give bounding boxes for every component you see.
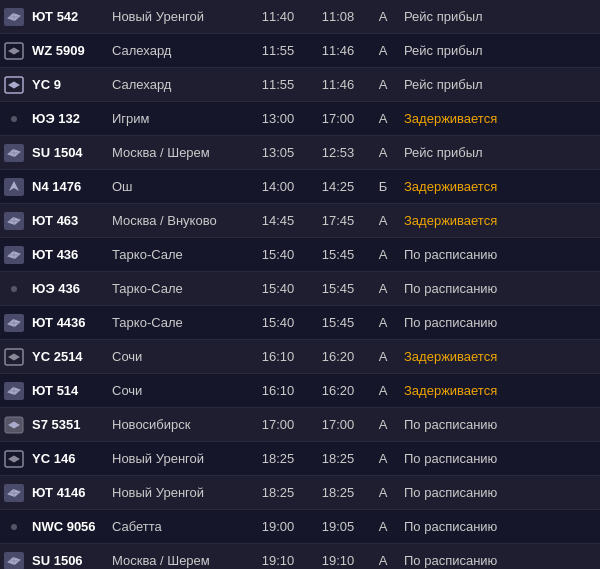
flight-number: YC 146 [28, 449, 108, 468]
flight-number: ЮТ 514 [28, 381, 108, 400]
destination: Москва / Шерем [108, 143, 248, 162]
terminal: А [368, 415, 398, 434]
terminal: А [368, 109, 398, 128]
status-text: По расписанию [398, 483, 600, 502]
table-row: SU 1504 Москва / Шерем 13:05 12:53 А Рей… [0, 136, 600, 170]
svg-point-15 [11, 524, 17, 530]
airline-icon [0, 448, 28, 470]
terminal: А [368, 483, 398, 502]
airline-icon [0, 550, 28, 570]
airline-icon [0, 346, 28, 368]
status-text: По расписанию [398, 551, 600, 569]
terminal: А [368, 211, 398, 230]
flight-number: WZ 5909 [28, 41, 108, 60]
status-text: Рейс прибыл [398, 41, 600, 60]
status-text: Задерживается [398, 177, 600, 196]
airline-icon [0, 6, 28, 28]
airline-icon [0, 142, 28, 164]
table-row: YC 146 Новый Уренгой 18:25 18:25 А По ра… [0, 442, 600, 476]
actual-time: 18:25 [308, 449, 368, 468]
actual-time: 19:10 [308, 551, 368, 569]
terminal: А [368, 381, 398, 400]
table-row: ЮЭ 436 Тарко-Сале 15:40 15:45 А По распи… [0, 272, 600, 306]
destination: Салехард [108, 41, 248, 60]
destination: Игрим [108, 109, 248, 128]
table-row: ЮТ 514 Сочи 16:10 16:20 А Задерживается [0, 374, 600, 408]
destination: Новый Уренгой [108, 7, 248, 26]
status-text: По расписанию [398, 279, 600, 298]
terminal: А [368, 551, 398, 569]
status-text: По расписанию [398, 313, 600, 332]
actual-time: 15:45 [308, 279, 368, 298]
table-row: S7 5351 Новосибирск 17:00 17:00 А По рас… [0, 408, 600, 442]
flight-number: ЮТ 436 [28, 245, 108, 264]
table-row: ЮТ 463 Москва / Внуково 14:45 17:45 А За… [0, 204, 600, 238]
actual-time: 12:53 [308, 143, 368, 162]
actual-time: 15:45 [308, 313, 368, 332]
table-row: SU 1506 Москва / Шерем 19:10 19:10 А По … [0, 544, 600, 569]
scheduled-time: 14:00 [248, 177, 308, 196]
airline-icon [0, 40, 28, 62]
flight-number: N4 1476 [28, 177, 108, 196]
actual-time: 19:05 [308, 517, 368, 536]
status-text: Задерживается [398, 381, 600, 400]
table-row: ЮТ 436 Тарко-Сале 15:40 15:45 А По распи… [0, 238, 600, 272]
terminal: А [368, 143, 398, 162]
status-text: Рейс прибыл [398, 75, 600, 94]
terminal: А [368, 517, 398, 536]
terminal: А [368, 347, 398, 366]
actual-time: 18:25 [308, 483, 368, 502]
flight-number: SU 1504 [28, 143, 108, 162]
scheduled-time: 15:40 [248, 245, 308, 264]
status-text: По расписанию [398, 245, 600, 264]
scheduled-time: 13:00 [248, 109, 308, 128]
terminal: А [368, 75, 398, 94]
status-text: По расписанию [398, 517, 600, 536]
status-text: Рейс прибыл [398, 143, 600, 162]
actual-time: 14:25 [308, 177, 368, 196]
airline-icon [0, 482, 28, 504]
svg-point-3 [11, 116, 17, 122]
flight-number: ЮТ 463 [28, 211, 108, 230]
status-text: Задерживается [398, 109, 600, 128]
scheduled-time: 11:40 [248, 7, 308, 26]
scheduled-time: 13:05 [248, 143, 308, 162]
destination: Новый Уренгой [108, 483, 248, 502]
destination: Салехард [108, 75, 248, 94]
table-row: ЮТ 4146 Новый Уренгой 18:25 18:25 А По р… [0, 476, 600, 510]
status-text: Задерживается [398, 347, 600, 366]
terminal: А [368, 313, 398, 332]
flight-number: S7 5351 [28, 415, 108, 434]
table-row: WZ 5909 Салехард 11:55 11:46 А Рейс приб… [0, 34, 600, 68]
scheduled-time: 14:45 [248, 211, 308, 230]
status-text: По расписанию [398, 415, 600, 434]
scheduled-time: 19:00 [248, 517, 308, 536]
airline-icon [0, 210, 28, 232]
flight-number: NWC 9056 [28, 517, 108, 536]
terminal: А [368, 41, 398, 60]
scheduled-time: 11:55 [248, 75, 308, 94]
destination: Ош [108, 177, 248, 196]
destination: Москва / Внуково [108, 211, 248, 230]
flight-number: ЮТ 542 [28, 7, 108, 26]
destination: Новый Уренгой [108, 449, 248, 468]
airline-icon [0, 176, 28, 198]
flights-table: ЮТ 542 Новый Уренгой 11:40 11:08 А Рейс … [0, 0, 600, 569]
flight-number: SU 1506 [28, 551, 108, 569]
scheduled-time: 17:00 [248, 415, 308, 434]
flight-number: ЮТ 4146 [28, 483, 108, 502]
airline-icon [0, 74, 28, 96]
airline-icon [0, 312, 28, 334]
actual-time: 17:45 [308, 211, 368, 230]
status-text: Задерживается [398, 211, 600, 230]
actual-time: 17:00 [308, 415, 368, 434]
svg-point-8 [11, 286, 17, 292]
status-text: Рейс прибыл [398, 7, 600, 26]
airline-icon [0, 244, 28, 266]
terminal: А [368, 279, 398, 298]
airline-icon [0, 278, 28, 300]
scheduled-time: 18:25 [248, 483, 308, 502]
flight-number: ЮЭ 132 [28, 109, 108, 128]
destination: Москва / Шерем [108, 551, 248, 569]
airline-icon [0, 414, 28, 436]
